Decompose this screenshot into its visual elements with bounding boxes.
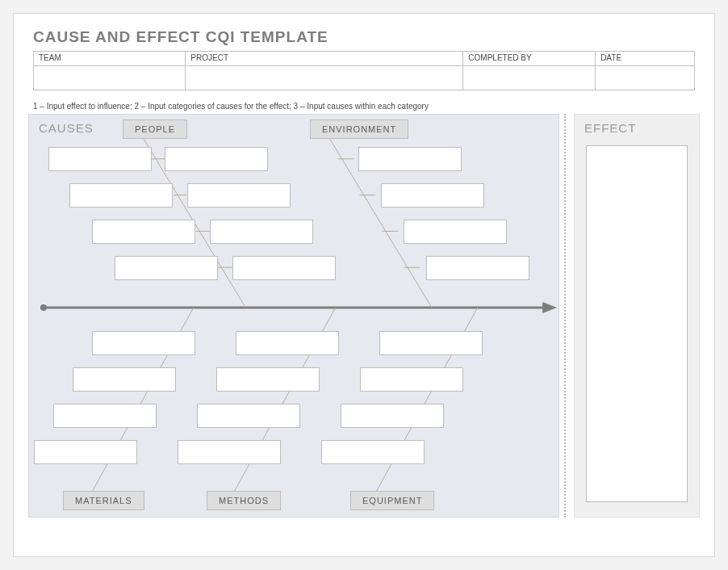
cause-input[interactable] [93,332,195,354]
effect-input[interactable] [587,146,687,501]
causes-panel: CAUSES [28,114,559,518]
cause-input[interactable] [54,404,156,427]
cause-input[interactable] [341,404,443,427]
cause-box [381,183,484,207]
cause-input[interactable] [322,441,424,463]
svg-point-0 [40,304,47,311]
cause-input[interactable] [115,257,217,279]
effect-heading: EFFECT [584,121,689,135]
cause-box [92,331,195,355]
cause-box [360,367,463,392]
cause-box [404,220,507,244]
cause-input[interactable] [188,184,290,207]
cause-box [187,183,291,207]
template-sheet: CAUSE AND EFFECT CQI TEMPLATE TEAM PROJE… [13,13,715,557]
cause-box [178,440,281,464]
category-label-environment[interactable]: ENVIRONMENT [310,119,408,139]
project-header: PROJECT [186,52,463,66]
cause-box [232,256,336,280]
effect-panel: EFFECT [574,114,700,518]
cause-input[interactable] [233,257,335,279]
cause-box [341,404,444,428]
cause-input[interactable] [427,257,529,279]
cause-input[interactable] [361,368,462,391]
category-label-people[interactable]: PEOPLE [123,119,187,139]
category-label-methods[interactable]: METHODS [207,491,281,510]
category-label-materials[interactable]: MATERIALS [63,491,144,510]
cause-input[interactable] [211,220,312,243]
cause-input[interactable] [49,148,151,170]
cause-box [34,440,137,464]
causes-heading: CAUSES [39,121,549,135]
cause-input[interactable] [178,441,280,463]
date-input[interactable] [600,66,689,90]
team-header: TEAM [34,52,186,66]
completed-input[interactable] [468,66,590,90]
cause-box [165,147,268,171]
meta-table: TEAM PROJECT COMPLETED BY DATE [33,51,695,90]
cause-input[interactable] [73,368,175,391]
cause-input[interactable] [93,220,195,243]
cause-input[interactable] [217,368,319,391]
effect-box [586,145,688,502]
cause-input[interactable] [165,148,267,170]
cause-box [358,147,462,171]
panel-divider [564,114,574,518]
cause-box [216,367,320,392]
cause-box [73,367,176,392]
cause-input[interactable] [70,184,172,207]
cause-input[interactable] [382,184,483,207]
cause-box [92,220,195,244]
svg-marker-2 [542,302,557,313]
team-input[interactable] [39,66,180,90]
cause-box [426,256,529,280]
cause-input[interactable] [35,441,136,463]
cause-input[interactable] [198,404,299,427]
cause-box [69,183,173,207]
diagram-row: CAUSES [28,114,700,518]
page-title: CAUSE AND EFFECT CQI TEMPLATE [33,28,695,46]
cause-input[interactable] [404,220,506,243]
cause-input[interactable] [380,332,482,354]
cause-box [210,220,313,244]
cause-box [321,440,425,464]
cause-box [115,256,218,280]
category-label-equipment[interactable]: EQUIPMENT [350,491,434,510]
cause-box [53,404,157,428]
project-input[interactable] [190,66,458,90]
date-header: DATE [596,52,695,66]
cause-box [48,147,152,171]
cause-box [197,404,300,428]
cause-box [236,331,339,355]
cause-input[interactable] [359,148,461,170]
cause-input[interactable] [236,332,338,354]
instructions-text: 1 – Input effect to influence; 2 – Input… [33,102,695,111]
completed-header: COMPLETED BY [463,52,596,66]
cause-box [379,331,483,355]
